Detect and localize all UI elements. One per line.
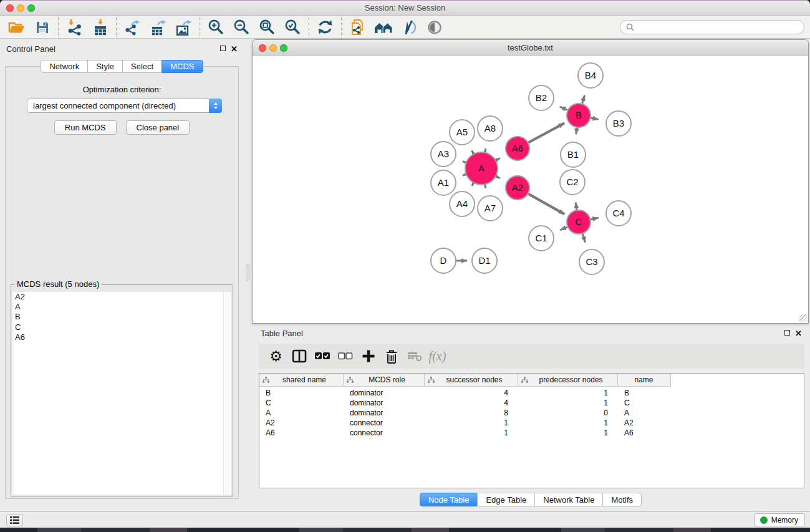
graph-edge-A-A6[interactable] bbox=[496, 158, 500, 161]
graph-node-D[interactable]: D bbox=[431, 248, 456, 273]
table-row-B[interactable]: Bdominator41B bbox=[259, 388, 804, 398]
graph-node-B4[interactable]: B4 bbox=[578, 63, 603, 88]
graph-node-A6[interactable]: A6 bbox=[506, 137, 529, 160]
table-toolbar-delete-table-button[interactable] bbox=[403, 346, 426, 367]
criterion-select[interactable]: largest connected component (directed) bbox=[27, 99, 222, 113]
graph-node-A3[interactable]: A3 bbox=[431, 142, 456, 167]
table-toolbar-show-column-button[interactable] bbox=[287, 346, 311, 367]
graph-node-A8[interactable]: A8 bbox=[478, 116, 503, 141]
toolbar-zoom-selected-button[interactable] bbox=[280, 17, 306, 37]
table-row-A2[interactable]: A2connector11A2 bbox=[259, 418, 804, 428]
table-toolbar-function-builder-button[interactable]: f(x) bbox=[426, 346, 449, 367]
graph-node-A[interactable]: A bbox=[465, 152, 498, 185]
tab-mcds[interactable]: MCDS bbox=[162, 60, 203, 73]
graph-edge-C-C1[interactable] bbox=[560, 227, 567, 230]
graph-edge-A-A7[interactable] bbox=[485, 185, 486, 188]
graph-node-C2[interactable]: C2 bbox=[560, 170, 585, 195]
graph-node-D1[interactable]: D1 bbox=[472, 248, 497, 273]
graph-edge-B-B4[interactable] bbox=[582, 95, 585, 104]
mcds-result-list[interactable]: A2ABCA6 bbox=[12, 292, 231, 495]
search-box[interactable] bbox=[620, 20, 804, 34]
graph-node-A1[interactable]: A1 bbox=[431, 170, 456, 195]
graph-edge-B-B3[interactable] bbox=[591, 118, 599, 119]
table-row-C[interactable]: Cdominator41C bbox=[259, 398, 804, 408]
toolbar-hide-annotations-button[interactable] bbox=[396, 17, 422, 37]
toolbar-zoom-in-button[interactable] bbox=[203, 17, 229, 37]
toolbar-import-network-button[interactable] bbox=[62, 17, 87, 37]
float-panel-icon[interactable] bbox=[220, 46, 226, 51]
splitter-grip[interactable] bbox=[246, 264, 249, 281]
graph-node-B[interactable]: B bbox=[567, 104, 591, 127]
tab-edge-table[interactable]: Edge Table bbox=[477, 493, 535, 506]
minimize-view-button[interactable] bbox=[269, 44, 277, 52]
graph-node-A4[interactable]: A4 bbox=[450, 191, 475, 216]
table-toolbar-select-all-button[interactable] bbox=[311, 346, 334, 367]
panel-splitter[interactable] bbox=[244, 39, 251, 511]
close-view-button[interactable] bbox=[259, 44, 266, 52]
toolbar-zoom-out-button[interactable] bbox=[229, 17, 254, 37]
graph-edge-A-A3[interactable] bbox=[463, 162, 466, 163]
tab-style[interactable]: Style bbox=[87, 60, 123, 73]
graph-edge-A2-C[interactable] bbox=[528, 194, 564, 215]
table-toolbar-add-entry-button[interactable] bbox=[357, 346, 380, 367]
tab-network-table[interactable]: Network Table bbox=[534, 493, 603, 506]
toolbar-save-session-button[interactable] bbox=[29, 17, 55, 37]
graph-node-A2[interactable]: A2 bbox=[506, 176, 529, 200]
graph-node-A5[interactable]: A5 bbox=[450, 120, 475, 145]
search-input[interactable] bbox=[638, 22, 798, 32]
close-table-panel-icon[interactable]: ✕ bbox=[795, 329, 802, 337]
table-row-A[interactable]: Adominator80A bbox=[259, 408, 804, 418]
graph-edge-C-C4[interactable] bbox=[591, 218, 599, 220]
network-canvas[interactable]: B4B2BB3B1A5A8A6A3AA1A2C2A4A7C4CC1C3DD1 bbox=[253, 56, 808, 324]
task-history-button[interactable] bbox=[6, 514, 23, 526]
graph-edge-A-A8[interactable] bbox=[485, 148, 486, 152]
graph-node-B3[interactable]: B3 bbox=[606, 111, 631, 136]
close-panel-icon[interactable]: ✕ bbox=[231, 45, 238, 53]
graph-node-C[interactable]: C bbox=[567, 210, 591, 234]
toolbar-toggle-bird-eye-button[interactable] bbox=[422, 17, 447, 37]
tab-node-table[interactable]: Node Table bbox=[420, 493, 478, 506]
graph-edge-C-C3[interactable] bbox=[582, 234, 586, 243]
toolbar-refresh-layout-button[interactable] bbox=[312, 17, 338, 37]
toolbar-open-file-button[interactable] bbox=[4, 17, 29, 37]
toolbar-export-network-button[interactable] bbox=[120, 17, 145, 37]
column-header-successor-nodes[interactable]: successor nodes bbox=[425, 374, 518, 387]
graph-edge-A6-B[interactable] bbox=[529, 123, 565, 142]
toolbar-export-table-button[interactable] bbox=[145, 17, 171, 37]
table-row-A6[interactable]: A6connector11A6 bbox=[259, 428, 804, 438]
column-header-name[interactable]: name bbox=[618, 374, 671, 387]
run-mcds-button[interactable]: Run MCDS bbox=[54, 120, 117, 135]
graph-node-B1[interactable]: B1 bbox=[561, 142, 586, 167]
column-header-MCDS-role[interactable]: MCDS role bbox=[344, 374, 425, 387]
network-graph[interactable]: B4B2BB3B1A5A8A6A3AA1A2C2A4A7C4CC1C3DD1 bbox=[253, 56, 808, 324]
graph-node-A7[interactable]: A7 bbox=[478, 196, 503, 221]
graph-node-C1[interactable]: C1 bbox=[529, 226, 554, 251]
table-toolbar-delete-entry-button[interactable] bbox=[380, 346, 403, 367]
toolbar-zoom-fit-button[interactable] bbox=[254, 17, 280, 37]
memory-button[interactable]: Memory bbox=[755, 513, 805, 526]
graph-edge-A-A5[interactable] bbox=[472, 150, 474, 153]
close-panel-button[interactable]: Close panel bbox=[126, 120, 190, 135]
float-table-panel-icon[interactable] bbox=[784, 330, 790, 336]
graph-edge-A-A1[interactable] bbox=[463, 175, 466, 176]
scrollbar-track[interactable] bbox=[223, 292, 231, 495]
graph-node-C3[interactable]: C3 bbox=[579, 249, 604, 274]
graph-node-C4[interactable]: C4 bbox=[606, 201, 631, 226]
graph-edge-B-B2[interactable] bbox=[560, 107, 567, 110]
graph-edge-A-A4[interactable] bbox=[472, 183, 473, 186]
graph-node-B2[interactable]: B2 bbox=[529, 85, 554, 110]
graph-edge-B-B1[interactable] bbox=[576, 128, 577, 135]
tab-motifs[interactable]: Motifs bbox=[602, 493, 642, 506]
toolbar-export-image-button[interactable] bbox=[171, 17, 196, 37]
resize-grip[interactable] bbox=[799, 314, 808, 322]
zoom-view-button[interactable] bbox=[280, 44, 287, 52]
graph-edge-C-C2[interactable] bbox=[576, 203, 577, 210]
table-toolbar-deselect-all-button[interactable] bbox=[334, 346, 357, 367]
tab-select[interactable]: Select bbox=[122, 60, 162, 73]
toolbar-import-table-button[interactable] bbox=[87, 17, 113, 37]
graph-edge-A-A2[interactable] bbox=[496, 177, 500, 178]
tab-network[interactable]: Network bbox=[41, 60, 88, 73]
table-toolbar-settings-gear-button[interactable]: ⚙ bbox=[264, 346, 287, 367]
toolbar-open-browser-button[interactable] bbox=[370, 17, 396, 37]
toolbar-clone-network-button[interactable] bbox=[345, 17, 370, 37]
